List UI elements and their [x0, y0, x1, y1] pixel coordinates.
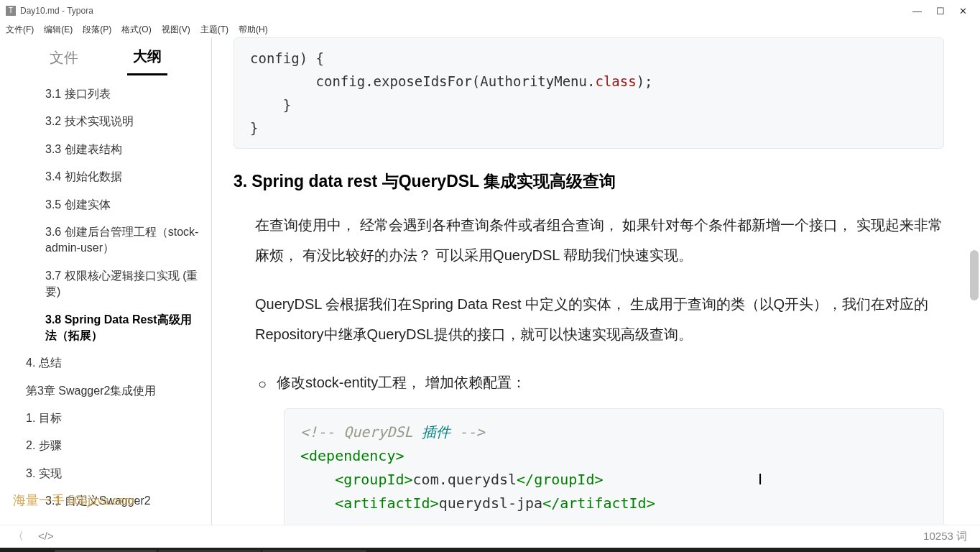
titlebar: T Day10.md - Typora — ☐ ✕	[0, 0, 980, 22]
text-cursor-icon: I	[758, 470, 762, 489]
outline-item-32[interactable]: 3.2 技术实现说明	[13, 108, 211, 135]
outline-item-31[interactable]: 3.1 接口列表	[13, 80, 211, 108]
heading-number: 3.	[234, 172, 247, 190]
heading-text: Spring data rest 与QueryDSL 集成实现高级查询	[251, 172, 616, 190]
menu-file[interactable]: 文件(F)	[6, 24, 34, 36]
menu-paragraph[interactable]: 段落(P)	[83, 24, 111, 36]
close-button[interactable]: ✕	[959, 6, 967, 17]
code-block-xml[interactable]: <!-- QueryDSL 插件 --> <dependency> <group…	[284, 408, 944, 525]
menu-help[interactable]: 帮助(H)	[239, 24, 268, 36]
code-block[interactable]: config) { config.exposeIdsFor(AuthorityM…	[234, 37, 944, 149]
minimize-button[interactable]: —	[912, 6, 922, 17]
paragraph[interactable]: 在查询使用中， 经常会遇到各种查询条件或者组合查询， 如果针对每个条件都新增一个…	[255, 210, 944, 270]
word-count[interactable]: 10253 词	[923, 530, 967, 543]
tab-file[interactable]: 文件	[44, 41, 84, 75]
outline-list[interactable]: 3.1 接口列表3.2 技术实现说明3.3 创建表结构3.4 初始化数据3.5 …	[0, 78, 211, 525]
watermark: 海量一手 666java.com	[13, 492, 134, 509]
list-item[interactable]: ○ 修改stock-entity工程， 增加依赖配置：	[258, 368, 944, 398]
outline-item-s2[interactable]: 2. 步骤	[13, 432, 211, 459]
tab-outline[interactable]: 大纲	[127, 40, 167, 75]
outline-item-38[interactable]: 3.8 Spring Data Rest高级用法（拓展）	[13, 306, 211, 350]
statusbar: 〈 </> 10253 词	[0, 525, 980, 548]
outline-item-35[interactable]: 3.5 创建实体	[13, 191, 211, 218]
taskbar: T Day10.md - Typora bulls-stock [E:\Ba..…	[0, 548, 980, 552]
paragraph[interactable]: QueryDSL 会根据我们在Spring Data Rest 中定义的实体， …	[255, 289, 944, 349]
editor-content[interactable]: config) { config.exposeIdsFor(AuthorityM…	[212, 37, 980, 525]
window-title: Day10.md - Typora	[20, 6, 93, 16]
menu-edit[interactable]: 编辑(E)	[44, 24, 73, 36]
outline-item-36[interactable]: 3.6 创建后台管理工程（stock-admin-user）	[13, 218, 211, 262]
app-icon: T	[6, 6, 16, 16]
maximize-button[interactable]: ☐	[936, 6, 945, 17]
menu-format[interactable]: 格式(O)	[121, 24, 151, 36]
menu-view[interactable]: 视图(V)	[162, 24, 190, 36]
outline-item-s3[interactable]: 3. 实现	[13, 460, 211, 487]
scrollbar-thumb[interactable]	[970, 250, 979, 300]
bullet-icon: ○	[258, 369, 267, 398]
outline-item-33[interactable]: 3.3 创建表结构	[13, 136, 211, 163]
outline-item-s1[interactable]: 1. 目标	[13, 405, 211, 432]
list-item-text: 修改stock-entity工程， 增加依赖配置：	[277, 368, 526, 398]
code-line: config.exposeIdsFor(AuthorityMenu.class)…	[250, 73, 653, 89]
outline-item-c3[interactable]: 第3章 Swagger2集成使用	[13, 377, 211, 405]
source-mode-button[interactable]: </>	[38, 530, 54, 543]
outline-item-37[interactable]: 3.7 权限核心逻辑接口实现 (重要)	[13, 262, 211, 306]
outline-item-4[interactable]: 4. 总结	[13, 349, 211, 377]
heading-3[interactable]: 3.Spring data rest 与QueryDSL 集成实现高级查询	[234, 170, 944, 193]
outline-item-34[interactable]: 3.4 初始化数据	[13, 163, 211, 190]
menu-theme[interactable]: 主题(T)	[200, 24, 228, 36]
sidebar: 文件 大纲 3.1 接口列表3.2 技术实现说明3.3 创建表结构3.4 初始化…	[0, 37, 212, 525]
nav-back-button[interactable]: 〈	[13, 530, 24, 543]
menubar: 文件(F) 编辑(E) 段落(P) 格式(O) 视图(V) 主题(T) 帮助(H…	[0, 22, 980, 37]
